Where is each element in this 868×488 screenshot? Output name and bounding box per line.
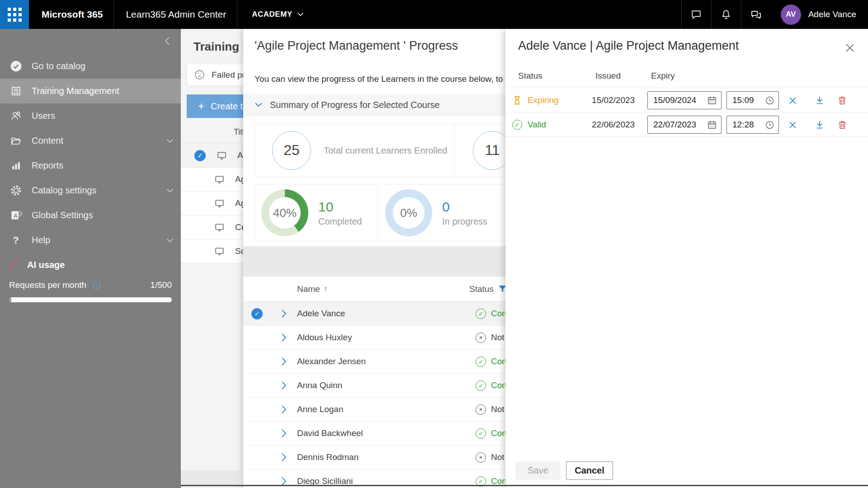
- viewport-bottom-edge: [181, 485, 868, 486]
- info-icon[interactable]: [92, 281, 101, 290]
- detail-table-header: Status Issued Expiry: [505, 71, 868, 88]
- user-name[interactable]: Adele Vance: [808, 9, 856, 19]
- trash-icon: [837, 120, 847, 130]
- sidebar-item-users[interactable]: Users: [0, 103, 181, 128]
- folder-icon: [9, 135, 23, 147]
- tenant-menu[interactable]: ACADEMY: [252, 10, 303, 19]
- x-icon: [788, 96, 797, 105]
- name-column-header[interactable]: Name ↑: [297, 284, 328, 294]
- chevron-left-icon: [161, 34, 175, 48]
- sidebar-item-global-settings[interactable]: A Global Settings: [0, 203, 181, 228]
- sort-ascending-icon: ↑: [324, 284, 328, 294]
- bell-icon: [720, 9, 732, 20]
- clear-expiry-button[interactable]: [785, 113, 800, 137]
- brand-title[interactable]: Microsoft 365: [42, 9, 103, 20]
- chevron-right-icon[interactable]: [281, 405, 287, 414]
- sidebar-item-ai-usage[interactable]: AI usage: [0, 255, 181, 275]
- certificate-status: Valid: [528, 120, 546, 130]
- requests-progress-bar: [9, 297, 172, 302]
- certificate-row: Expiring 15/02/2023: [505, 88, 868, 112]
- sidebar-item-training-management[interactable]: Training Management: [0, 79, 181, 103]
- expiry-date-input[interactable]: [648, 120, 707, 130]
- sidebar-item-catalog-settings[interactable]: Catalog settings: [0, 178, 181, 203]
- status-completed-icon: ✓: [476, 380, 486, 391]
- cancel-button[interactable]: Cancel: [566, 461, 613, 480]
- divider: [113, 0, 114, 29]
- app-launcher-button[interactable]: [0, 0, 29, 29]
- status-column-header[interactable]: Status: [469, 284, 507, 294]
- plus-icon: +: [198, 100, 204, 113]
- clear-expiry-button[interactable]: [785, 88, 800, 113]
- monitor-icon: [214, 174, 225, 185]
- sidebar-item-go-to-catalog[interactable]: Go to catalog: [0, 54, 181, 79]
- avatar[interactable]: AV: [781, 5, 801, 25]
- download-certificate-button[interactable]: [812, 113, 827, 137]
- status-not-started-icon: ×: [476, 452, 486, 463]
- chevron-right-icon[interactable]: [281, 333, 287, 342]
- chat-button[interactable]: [681, 0, 711, 29]
- progress-panel-description: You can view the progress of the Learner…: [255, 74, 529, 84]
- detail-panel-title: Adele Vance | Agile Project Management: [518, 39, 739, 53]
- download-icon: [815, 120, 825, 130]
- sidebar-item-help[interactable]: ? Help: [0, 228, 181, 253]
- chevron-down-icon: [166, 238, 174, 243]
- expiry-time-input[interactable]: [727, 120, 765, 130]
- notifications-button[interactable]: [711, 0, 741, 29]
- app-window: Microsoft 365 Learn365 Admin Center ACAD…: [0, 0, 868, 488]
- status-completed-icon: ✓: [476, 309, 486, 319]
- completed-label: Completed: [318, 216, 362, 227]
- magic-wand-icon: [6, 257, 22, 273]
- summary-section-label: Summary of Progress for Selected Course: [270, 100, 440, 110]
- certificate-status: Expiring: [528, 95, 559, 105]
- clock-icon[interactable]: [765, 96, 774, 105]
- inprogress-donut-chart: 0%: [385, 189, 432, 236]
- stat-card-enrolled: 25 Total current Learners Enrolled: [255, 123, 453, 177]
- status-not-started-icon: ×: [476, 333, 486, 343]
- sidebar-collapse-button[interactable]: [161, 34, 175, 48]
- expiry-date-field: [647, 91, 722, 109]
- gear-icon: [9, 184, 23, 197]
- waffle-icon: [8, 8, 22, 22]
- requests-label: Requests per month: [9, 280, 86, 290]
- inprogress-percent: 0%: [400, 206, 417, 220]
- inprogress-label: In progress: [442, 216, 487, 227]
- expiry-date-input[interactable]: [648, 95, 707, 105]
- feedback-button[interactable]: [741, 0, 771, 29]
- sidebar-item-content[interactable]: Content: [0, 128, 181, 153]
- save-button[interactable]: Save: [515, 461, 561, 480]
- inprogress-count: 0: [442, 199, 487, 215]
- topbar-actions: AV Adele Vance: [681, 0, 868, 29]
- clock-icon[interactable]: [765, 120, 774, 130]
- chevron-right-icon[interactable]: [281, 453, 287, 462]
- certificate-detail-panel: Adele Vance | Agile Project Management S…: [505, 29, 868, 488]
- hourglass-icon: [512, 95, 522, 105]
- sidebar-item-reports[interactable]: Reports: [0, 153, 181, 178]
- horizontal-scrollbar[interactable]: [181, 470, 239, 485]
- chevron-right-icon[interactable]: [281, 429, 287, 438]
- top-bar: Microsoft 365 Learn365 Admin Center ACAD…: [0, 0, 868, 29]
- completed-donut-chart: 40%: [261, 189, 308, 236]
- feedback-icon: [750, 9, 762, 21]
- monitor-icon: [214, 222, 225, 233]
- delete-certificate-button[interactable]: [835, 113, 850, 137]
- app-title[interactable]: Learn365 Admin Center: [126, 9, 226, 20]
- title-column-header: Titl: [234, 127, 244, 137]
- calendar-icon[interactable]: [707, 95, 717, 105]
- progress-panel-title: 'Agile Project Management ' Progress: [255, 39, 458, 53]
- chevron-right-icon[interactable]: [281, 309, 287, 318]
- expiry-time-input[interactable]: [727, 95, 765, 105]
- status-header: Status: [518, 71, 542, 81]
- delete-certificate-button[interactable]: [835, 88, 850, 113]
- requests-progress-fill: [9, 297, 11, 302]
- tenant-label: ACADEMY: [252, 10, 292, 19]
- chevron-right-icon[interactable]: [281, 477, 287, 486]
- chevron-right-icon[interactable]: [281, 357, 287, 366]
- chevron-right-icon[interactable]: [281, 381, 287, 390]
- download-icon: [815, 95, 825, 105]
- calendar-icon[interactable]: [707, 120, 717, 130]
- monitor-icon: [214, 246, 225, 257]
- issued-header: Issued: [595, 71, 621, 81]
- admin-app-icon: A: [9, 209, 23, 221]
- close-button[interactable]: [843, 41, 857, 55]
- download-certificate-button[interactable]: [812, 88, 827, 113]
